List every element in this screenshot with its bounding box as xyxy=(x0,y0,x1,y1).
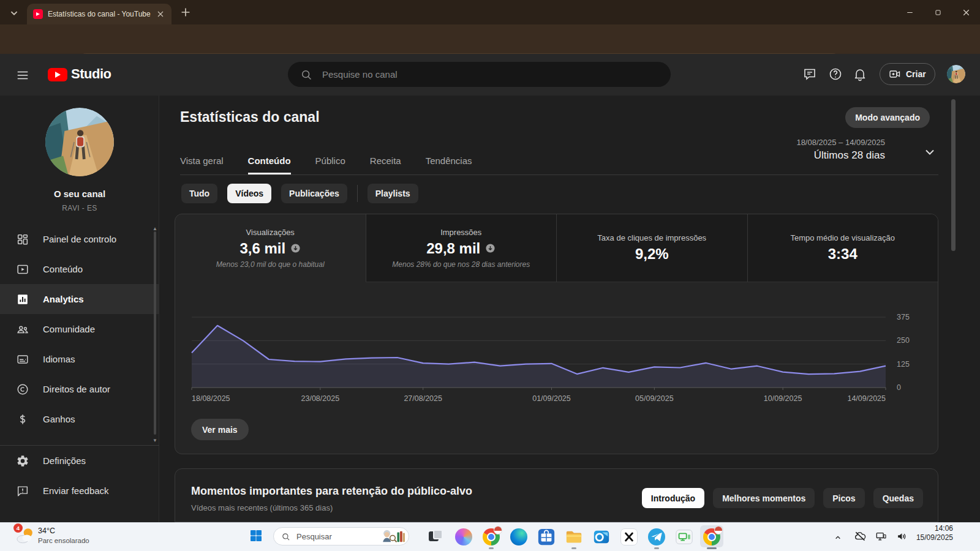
sidebar-item-conteu-do[interactable]: Conteúdo xyxy=(0,254,159,284)
sidebar-scroll-up-icon[interactable]: ▲ xyxy=(151,227,159,231)
arrow-down-circle-icon xyxy=(290,243,301,253)
create-button[interactable]: Criar xyxy=(880,63,935,85)
tab-conteu-do[interactable]: Conteúdo xyxy=(248,149,291,174)
file-explorer-icon xyxy=(565,528,583,546)
youtube-favicon-icon xyxy=(33,9,43,19)
see-more-button[interactable]: Ver mais xyxy=(191,419,249,440)
retention-button-melhores-momentos[interactable]: Melhores momentos xyxy=(713,488,815,508)
taskbar-app-file-explorer-icon[interactable] xyxy=(565,528,583,546)
subtitles-icon xyxy=(16,353,29,366)
sidebar-item-label: Ganhos xyxy=(43,414,75,424)
filter-chip-playlists[interactable]: Playlists xyxy=(368,184,418,203)
retention-button-picos[interactable]: Picos xyxy=(823,488,864,508)
analytics-stats-card: Visualizações3,6 milMenos 23,0 mil do qu… xyxy=(175,214,938,454)
tab-pu-blico[interactable]: Público xyxy=(315,149,345,174)
advanced-mode-button[interactable]: Modo avançado xyxy=(845,107,930,128)
tab-close-icon[interactable] xyxy=(156,9,165,19)
tray-chevron-icon[interactable] xyxy=(833,531,843,544)
taskbar-app-capcut-icon[interactable] xyxy=(620,528,638,546)
channel-search-input[interactable] xyxy=(321,69,658,80)
tab-receita[interactable]: Receita xyxy=(370,149,401,174)
outlook-icon xyxy=(592,528,611,546)
sidebar-item-definic-o-es[interactable]: Definições xyxy=(0,446,159,476)
retention-button-quedas[interactable]: Quedas xyxy=(873,488,923,508)
date-period-text: Últimos 28 dias xyxy=(796,149,885,162)
taskbar-search-input[interactable] xyxy=(295,531,369,542)
sidebar-item-comunidade[interactable]: Comunidade xyxy=(0,314,159,344)
svg-text:125: 125 xyxy=(897,360,910,369)
youtube-logo-icon[interactable] xyxy=(48,68,67,81)
weather-temp: 34°C xyxy=(38,527,55,535)
feedback-comment-icon[interactable] xyxy=(802,67,817,81)
sidebar-item-analytics[interactable]: Analytics xyxy=(0,284,159,314)
chevron-down-icon[interactable] xyxy=(922,144,937,159)
store-icon xyxy=(537,528,556,546)
network-icon[interactable] xyxy=(875,530,887,542)
analytics-tabs: Vista geralConteúdoPúblicoReceitaTendênc… xyxy=(180,149,472,174)
search-highlight-image xyxy=(379,528,406,544)
taskbar-app-screen-tool-icon[interactable] xyxy=(675,528,693,546)
filter-chip-publicac-o-es[interactable]: Publicações xyxy=(281,184,347,203)
maximize-button[interactable] xyxy=(924,0,952,24)
sidebar-scroll-down-icon[interactable]: ▼ xyxy=(151,438,159,443)
views-chart[interactable]: 012525037518/08/202523/08/202527/08/2025… xyxy=(175,282,938,455)
create-video-icon xyxy=(889,68,901,80)
close-button[interactable] xyxy=(952,0,980,24)
running-indicator xyxy=(707,547,717,549)
content-icon xyxy=(16,263,29,276)
tabs-divider xyxy=(180,174,938,175)
retention-subtitle: Vídeos mais recentes (últimos 365 dias) xyxy=(191,503,333,512)
channel-name: RAVI - ES xyxy=(0,204,159,212)
metric-card-impresso-es[interactable]: Impressões29,8 milMenos 28% do que nos 2… xyxy=(366,214,557,282)
copilot-icon xyxy=(454,528,473,547)
volume-icon[interactable] xyxy=(895,530,908,542)
filter-chip-tudo[interactable]: Tudo xyxy=(181,184,217,203)
filter-chip-vi-deos[interactable]: Vídeos xyxy=(227,184,271,203)
sidebar-item-idiomas[interactable]: Idiomas xyxy=(0,344,159,374)
notifications-bell-icon[interactable] xyxy=(853,67,867,81)
taskbar-app-store-icon[interactable] xyxy=(537,528,556,546)
channel-avatar[interactable] xyxy=(45,108,114,176)
taskbar-app-chrome-icon[interactable] xyxy=(482,528,500,546)
metric-card-taxa-de-cliques-de-impresso-es[interactable]: Taxa de cliques de impressões9,2% xyxy=(557,214,748,282)
tab-tende-ncias[interactable]: Tendências xyxy=(426,149,472,174)
metric-value: 9,2% xyxy=(635,246,669,263)
sidebar-item-painel-de-controlo[interactable]: Painel de controlo xyxy=(0,224,159,254)
sidebar-item-direitos-de-autor[interactable]: Direitos de autor xyxy=(0,374,159,404)
retention-button-introduc-a-o[interactable]: Introdução xyxy=(642,488,704,508)
page-title: Estatísticas do canal xyxy=(180,109,320,126)
taskbar-app-chrome-icon[interactable] xyxy=(703,528,721,546)
tab-vista-geral[interactable]: Vista geral xyxy=(180,149,224,174)
studio-logo-text[interactable]: Studio xyxy=(71,66,111,82)
weather-widget[interactable]: 4 34°C Parc ensolarado xyxy=(13,523,154,550)
taskbar-app-copilot-icon[interactable] xyxy=(454,528,473,546)
chip-divider xyxy=(357,185,358,202)
taskbar-app-task-view-icon[interactable] xyxy=(427,528,445,546)
sidebar: O seu canal RAVI - ES Painel de controlo… xyxy=(0,96,159,522)
metric-card-visualizac-o-es[interactable]: Visualizações3,6 milMenos 23,0 mil do qu… xyxy=(175,214,366,282)
tab-search-chevron-icon[interactable] xyxy=(7,6,21,20)
metric-value: 3,6 mil xyxy=(239,240,301,257)
taskbar-clock[interactable]: 14:06 15/09/2025 xyxy=(916,524,953,542)
taskbar-search[interactable] xyxy=(273,527,409,545)
page-scrollbar[interactable] xyxy=(951,99,956,251)
channel-label: O seu canal xyxy=(0,189,159,199)
date-range-selector[interactable]: 18/08/2025 – 14/09/2025 Últimos 28 dias xyxy=(796,138,885,162)
taskbar-app-edge-icon[interactable] xyxy=(510,528,528,546)
taskbar-app-telegram-icon[interactable] xyxy=(647,528,666,546)
windows-start-icon[interactable] xyxy=(249,528,263,543)
sidebar-scrollbar[interactable] xyxy=(154,231,156,435)
create-label: Criar xyxy=(906,69,926,79)
sidebar-item-enviar-feedback[interactable]: Enviar feedback xyxy=(0,476,159,506)
account-avatar[interactable] xyxy=(947,65,965,83)
metric-card-tempo-me-dio-de-visualizac-a-o[interactable]: Tempo médio de visualização3:34 xyxy=(748,214,938,282)
menu-icon[interactable] xyxy=(16,69,29,82)
minimize-button[interactable] xyxy=(895,0,924,24)
browser-tab[interactable]: Estatísticas do canal - YouTube xyxy=(27,4,172,24)
help-icon[interactable] xyxy=(828,67,843,81)
sidebar-item-ganhos[interactable]: Ganhos xyxy=(0,404,159,434)
onedrive-off-icon[interactable] xyxy=(854,530,866,542)
channel-search-bar[interactable] xyxy=(288,62,671,87)
new-tab-button[interactable] xyxy=(179,6,192,19)
taskbar-app-outlook-icon[interactable] xyxy=(592,528,611,546)
